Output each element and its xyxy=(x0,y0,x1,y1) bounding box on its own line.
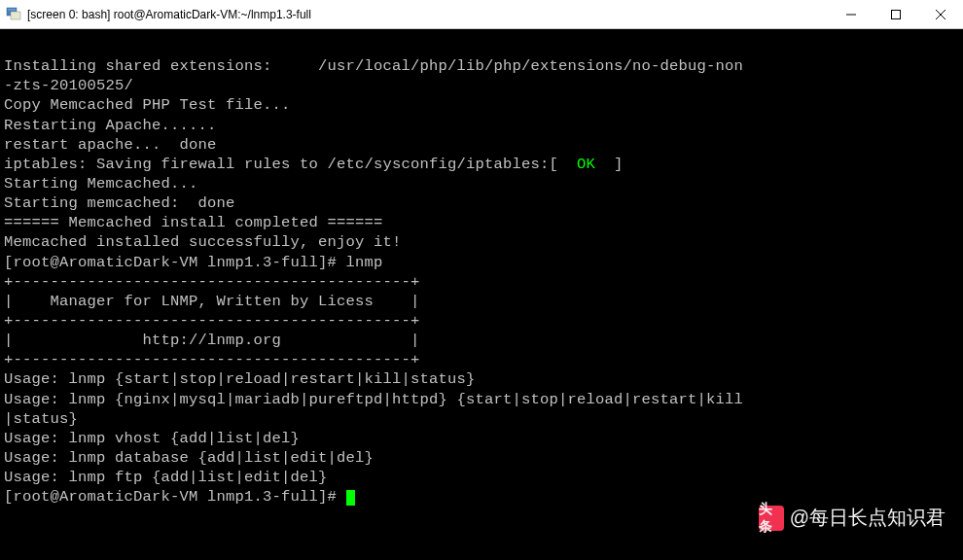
terminal-line: | Manager for LNMP, Written by Licess | xyxy=(4,292,959,311)
terminal-line: restart apache... done xyxy=(4,135,959,155)
terminal-line: Usage: lnmp {nginx|mysql|mariadb|pureftp… xyxy=(4,390,959,409)
window-title: [screen 0: bash] root@AromaticDark-VM:~/… xyxy=(27,8,311,21)
terminal-output[interactable]: Installing shared extensions: /usr/local… xyxy=(0,29,963,507)
window-controls xyxy=(829,0,963,29)
terminal-line: Usage: lnmp {start|stop|reload|restart|k… xyxy=(4,369,959,389)
terminal-line: Usage: lnmp vhost {add|list|del} xyxy=(4,429,959,448)
svg-rect-4 xyxy=(892,11,901,19)
terminal-line xyxy=(4,37,959,56)
app-icon xyxy=(6,7,21,22)
terminal-line: Installing shared extensions: /usr/local… xyxy=(4,56,959,76)
terminal-line: |status} xyxy=(4,409,959,429)
terminal-line: Restarting Apache...... xyxy=(4,116,959,135)
terminal-line: Usage: lnmp database {add|list|edit|del} xyxy=(4,448,959,468)
close-button[interactable] xyxy=(918,0,963,29)
watermark-text: @每日长点知识君 xyxy=(790,505,945,531)
terminal-line: [root@AromaticDark-VM lnmp1.3-full]# xyxy=(4,487,959,507)
terminal-line: ====== Memcached install completed =====… xyxy=(4,213,959,232)
watermark-logo: 头条 xyxy=(759,506,784,531)
maximize-button[interactable] xyxy=(874,0,918,29)
window-titlebar: [screen 0: bash] root@AromaticDark-VM:~/… xyxy=(0,0,963,29)
terminal-line: +---------------------------------------… xyxy=(4,311,959,331)
terminal-line: iptables: Saving firewall rules to /etc/… xyxy=(4,155,959,174)
terminal-line: -zts-20100525/ xyxy=(4,76,959,95)
terminal-cursor xyxy=(346,490,355,506)
minimize-button[interactable] xyxy=(829,0,874,29)
svg-rect-1 xyxy=(11,12,20,19)
status-ok: OK xyxy=(577,156,595,173)
terminal-line: +---------------------------------------… xyxy=(4,350,959,369)
svg-rect-2 xyxy=(8,9,16,11)
terminal-line: Starting Memcached... xyxy=(4,174,959,193)
terminal-line: Memcached installed successfully, enjoy … xyxy=(4,232,959,252)
terminal-line: Usage: lnmp ftp {add|list|edit|del} xyxy=(4,468,959,487)
watermark: 头条 @每日长点知识君 xyxy=(759,505,945,531)
terminal-line: | http://lnmp.org | xyxy=(4,331,959,350)
terminal-line: +---------------------------------------… xyxy=(4,272,959,292)
terminal-line: Starting memcached: done xyxy=(4,193,959,213)
terminal-line: Copy Memcached PHP Test file... xyxy=(4,95,959,115)
terminal-line: [root@AromaticDark-VM lnmp1.3-full]# lnm… xyxy=(4,253,959,272)
